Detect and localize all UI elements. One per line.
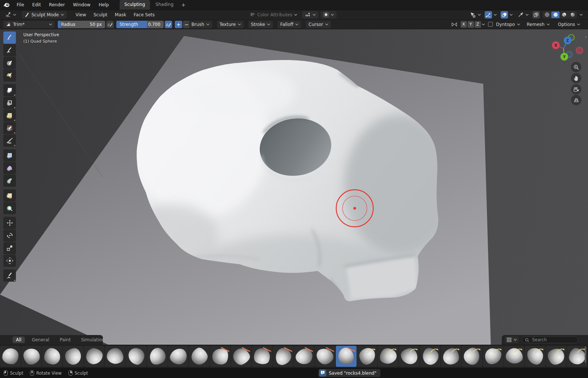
panel-stroke[interactable]: Stroke bbox=[248, 21, 273, 28]
tool-draw-sharp-button[interactable] bbox=[3, 44, 16, 56]
menu-help[interactable]: Help bbox=[94, 0, 113, 10]
tool-edit-face-set-button[interactable] bbox=[3, 189, 16, 202]
shelf-tab-general[interactable]: General bbox=[29, 336, 53, 343]
tool-clay-button[interactable] bbox=[3, 57, 16, 69]
workspace-tab-sculpting[interactable]: Sculpting bbox=[120, 0, 150, 10]
menu-view[interactable]: View bbox=[72, 12, 90, 17]
dyntopo-checkbox[interactable] bbox=[488, 22, 493, 27]
brush-asset-8[interactable] bbox=[168, 346, 189, 367]
symmetry-z-toggle[interactable]: Z bbox=[475, 21, 481, 28]
brush-asset-13[interactable] bbox=[273, 346, 294, 367]
tool-annotate-button[interactable] bbox=[3, 269, 16, 282]
navigation-gizmo[interactable]: Z X Y bbox=[552, 34, 583, 61]
brush-asset-11[interactable] bbox=[231, 346, 252, 367]
overlays-dropdown[interactable] bbox=[508, 11, 514, 19]
menu-mask[interactable]: Mask bbox=[111, 12, 130, 17]
brush-add-toggle[interactable]: + bbox=[175, 21, 182, 28]
tool-cloth-filter-button[interactable] bbox=[3, 162, 16, 174]
brush-asset-21[interactable] bbox=[441, 346, 461, 367]
panel-brush[interactable]: Brush bbox=[189, 21, 212, 28]
gizmo-neg-x-ball[interactable] bbox=[576, 47, 583, 54]
region-collapse-arrow[interactable]: ‹ bbox=[585, 34, 587, 39]
menu-window[interactable]: Window bbox=[69, 0, 94, 10]
tool-color-filter-button[interactable] bbox=[3, 175, 16, 187]
brush-asset-4[interactable] bbox=[84, 346, 105, 367]
tool-mask-by-color-button[interactable] bbox=[3, 202, 16, 214]
symmetry-x-toggle[interactable]: X bbox=[461, 21, 467, 28]
brush-asset-5[interactable] bbox=[105, 346, 126, 367]
symmetry-dropdown-caret[interactable] bbox=[482, 23, 485, 26]
add-workspace-button[interactable]: + bbox=[178, 2, 189, 8]
attribute-sliders-dropdown[interactable] bbox=[302, 11, 318, 19]
camera-view-button[interactable] bbox=[571, 84, 581, 94]
tool-transform-button[interactable] bbox=[3, 255, 16, 267]
shelf-tab-paint[interactable]: Paint bbox=[56, 336, 74, 343]
tool-clay-strips-button[interactable] bbox=[3, 69, 16, 82]
brush-asset-18[interactable] bbox=[378, 346, 398, 367]
menu-render[interactable]: Render bbox=[45, 0, 69, 10]
symmetry-y-toggle[interactable]: Y bbox=[468, 21, 474, 28]
shading-wireframe-button[interactable] bbox=[543, 11, 551, 18]
panel-texture[interactable]: Texture bbox=[217, 21, 244, 28]
panel-falloff[interactable]: Falloff bbox=[278, 21, 301, 28]
blender-logo-icon[interactable] bbox=[0, 2, 13, 8]
gizmos-toggle[interactable] bbox=[485, 11, 492, 19]
tool-line-project-button[interactable] bbox=[3, 135, 16, 147]
viewport-3d[interactable]: Z X Y User Perspective (1) Quad Sphere ‹ bbox=[0, 29, 588, 368]
brush-asset-19[interactable] bbox=[399, 346, 420, 367]
menu-sculpt[interactable]: Sculpt bbox=[90, 12, 111, 17]
brush-asset-26[interactable] bbox=[546, 346, 567, 367]
menu-face-sets[interactable]: Face Sets bbox=[130, 12, 158, 17]
brush-asset-17[interactable] bbox=[357, 346, 378, 367]
brush-tip-dropdown[interactable] bbox=[321, 11, 337, 19]
shelf-tab-simulation[interactable]: Simulation bbox=[78, 336, 108, 343]
tool-box-mask-button[interactable] bbox=[3, 84, 16, 96]
brush-asset-15[interactable] bbox=[315, 346, 335, 367]
tool-move-button[interactable] bbox=[3, 217, 16, 229]
shading-solid-button[interactable] bbox=[551, 11, 559, 18]
brush-asset-25[interactable] bbox=[525, 346, 545, 367]
brush-asset-24[interactable] bbox=[504, 346, 525, 367]
brush-asset-10[interactable] bbox=[210, 346, 231, 367]
remesh-dropdown[interactable]: Remesh bbox=[524, 21, 552, 28]
workspace-tab-shading[interactable]: Shading bbox=[151, 0, 178, 10]
shelf-scrollbar[interactable] bbox=[585, 346, 586, 363]
menu-file[interactable]: File bbox=[13, 0, 28, 10]
brush-asset-7[interactable] bbox=[147, 346, 168, 367]
shelf-tab-all[interactable]: All bbox=[13, 336, 25, 343]
brush-asset-23[interactable] bbox=[483, 346, 504, 367]
editor-type-dropdown[interactable] bbox=[2, 11, 19, 19]
toggle-grid-button[interactable] bbox=[571, 95, 581, 105]
brush-asset-6[interactable] bbox=[126, 346, 147, 367]
visibility-dropdown[interactable] bbox=[468, 11, 482, 19]
brush-asset-16[interactable] bbox=[336, 346, 357, 367]
brush-asset-0[interactable] bbox=[0, 346, 21, 367]
options-dropdown[interactable]: Options bbox=[555, 21, 583, 28]
brush-asset-27[interactable] bbox=[567, 346, 588, 367]
tool-box-trim-button[interactable] bbox=[3, 122, 16, 134]
tool-scale-button[interactable] bbox=[3, 242, 16, 254]
tool-mesh-filter-button[interactable] bbox=[3, 149, 16, 162]
xray-toggle[interactable] bbox=[532, 11, 540, 19]
brush-asset-22[interactable] bbox=[462, 346, 482, 367]
fade-geometry-dropdown[interactable] bbox=[517, 11, 530, 19]
radius-slider[interactable]: Radius 50 px bbox=[58, 21, 105, 28]
shelf-search-box[interactable] bbox=[522, 336, 578, 343]
brush-asset-12[interactable] bbox=[252, 346, 273, 367]
active-brush-dropdown[interactable]: Trim* bbox=[3, 21, 55, 28]
brush-asset-2[interactable] bbox=[42, 346, 63, 367]
brush-asset-1[interactable] bbox=[21, 346, 42, 367]
dyntopo-dropdown[interactable]: Dyntopo bbox=[495, 21, 521, 28]
pan-button[interactable] bbox=[571, 73, 581, 83]
tool-box-hide-button[interactable] bbox=[3, 97, 16, 109]
zoom-button[interactable] bbox=[571, 62, 581, 72]
strength-pressure-toggle[interactable] bbox=[165, 21, 172, 28]
radius-pressure-toggle[interactable] bbox=[106, 21, 114, 28]
shelf-display-dropdown[interactable] bbox=[505, 336, 519, 343]
tool-box-face-set-button[interactable] bbox=[3, 109, 16, 122]
brush-asset-14[interactable] bbox=[294, 346, 315, 367]
overlays-toggle[interactable] bbox=[501, 11, 508, 19]
brush-asset-20[interactable] bbox=[420, 346, 441, 367]
mode-dropdown[interactable]: Sculpt Mode bbox=[22, 11, 67, 19]
search-input[interactable] bbox=[531, 337, 572, 343]
